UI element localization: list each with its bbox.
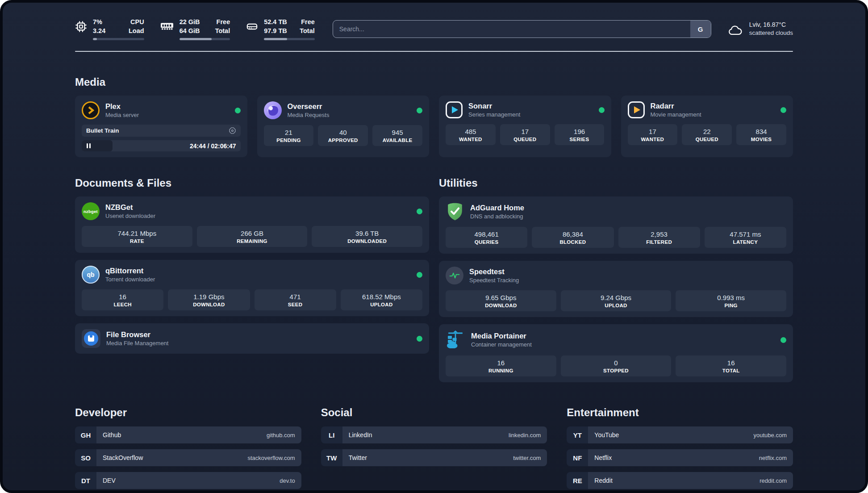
- playback-progress-bar[interactable]: 24:44 / 02:06:47: [82, 140, 241, 151]
- bookmark-reddit[interactable]: RE Reddit reddit.com: [567, 472, 793, 489]
- bookmark-dev[interactable]: DT DEV dev.to: [75, 472, 301, 489]
- metric-label-secondary: Load: [129, 27, 144, 36]
- metric-value-primary: 7%: [93, 18, 116, 27]
- metric-label-primary: Free: [300, 18, 315, 27]
- status-online-dot: [417, 209, 422, 214]
- section-title-media: Media: [75, 76, 793, 88]
- bookmark-name: Github: [103, 431, 121, 439]
- section-utilities: Utilities AdGuard Home DNS and adblockin…: [439, 177, 793, 382]
- stats-row: 21 PENDING 40 APPROVED 945 AVAILABLE: [264, 125, 423, 146]
- stat-label: UPLOAD: [342, 302, 421, 307]
- sonarr-icon: [446, 101, 463, 118]
- bookmark-url: linkedin.com: [509, 432, 541, 439]
- bookmark-url: twitter.com: [513, 455, 541, 461]
- app-card-nzbget[interactable]: nzbget NZBGet Usenet downloader 744.21 M…: [75, 196, 429, 253]
- app-card-filebrowser[interactable]: File Browser Media File Management: [75, 323, 429, 354]
- metric-disk: 52.4 TB 97.9 TB Free Total: [246, 18, 315, 40]
- section-title-documents-files: Documents & Files: [75, 177, 429, 189]
- now-playing-row[interactable]: Bullet Train: [82, 125, 241, 137]
- stat-value: 16: [83, 293, 162, 301]
- app-card-speedtest[interactable]: Speedtest Speedtest Tracking 9.65 Gbps D…: [439, 261, 793, 317]
- search-engine-button[interactable]: G: [690, 21, 711, 38]
- bookmark-youtube[interactable]: YT YouTube youtube.com: [567, 426, 793, 443]
- app-title: qBittorrent: [105, 267, 155, 275]
- stat-label: DOWNLOAD: [170, 302, 248, 307]
- bookmark-github[interactable]: GH Github github.com: [75, 426, 301, 443]
- stat-value: 945: [374, 129, 421, 136]
- stat-label: WANTED: [447, 137, 494, 142]
- bookmark-url: reddit.com: [760, 477, 787, 484]
- app-card-portainer[interactable]: Media Portainer Container management 16 …: [439, 324, 793, 382]
- stat-pending: 21 PENDING: [264, 125, 314, 146]
- bookmark-stackoverflow[interactable]: SO StackOverflow stackoverflow.com: [75, 449, 301, 466]
- bookmark-abbr: NF: [567, 449, 588, 466]
- pause-icon[interactable]: [87, 143, 91, 148]
- stat-wanted: 485 WANTED: [446, 124, 496, 145]
- bookmark-abbr: YT: [567, 426, 588, 443]
- app-card-adguard[interactable]: AdGuard Home DNS and adblocking 498,461 …: [439, 196, 793, 254]
- stat-value: 0: [563, 359, 670, 367]
- stat-label: TOTAL: [677, 368, 785, 373]
- card-stack: AdGuard Home DNS and adblocking 498,461 …: [439, 196, 793, 382]
- app-card-plex[interactable]: Plex Media server Bullet Train 24:44 / 0…: [75, 96, 247, 157]
- app-card-overseerr[interactable]: Overseerr Media Requests 21 PENDING 40 A…: [257, 96, 430, 157]
- system-metrics: 7% 3.24 CPU Load 22 GiB 64 GiB: [75, 18, 331, 40]
- app-subtitle: Speedtest Tracking: [469, 277, 519, 284]
- section-title-entertainment: Entertainment: [567, 406, 793, 419]
- stat-queued: 17 QUEUED: [500, 124, 550, 145]
- stat-value: 618.52 Mbps: [342, 293, 421, 301]
- bookmark-abbr: SO: [75, 449, 96, 466]
- status-online-dot: [417, 108, 422, 113]
- plex-icon: [82, 101, 100, 119]
- app-subtitle: DNS and adblocking: [470, 213, 524, 220]
- metric-label-primary: Free: [215, 18, 230, 27]
- app-card-qbittorrent[interactable]: qb qBittorrent Torrent downloader 16 LEE…: [75, 260, 429, 316]
- stat-label: FILTERED: [620, 239, 698, 245]
- bookmark-name: LinkedIn: [349, 431, 372, 439]
- stat-rate: 744.21 Mbps RATE: [82, 226, 192, 247]
- bookmark-name: StackOverflow: [103, 454, 143, 461]
- bookmark-twitter[interactable]: TW Twitter twitter.com: [321, 449, 547, 466]
- metric-progress-bar: [93, 38, 144, 40]
- stat-wanted: 17 WANTED: [628, 124, 678, 145]
- bookmark-url: youtube.com: [754, 432, 787, 439]
- section-developer: Developer GH Github github.com SO StackO…: [75, 406, 301, 489]
- section-title-utilities: Utilities: [439, 177, 793, 189]
- app-title: NZBGet: [105, 203, 155, 212]
- metric-value-primary: 52.4 TB: [264, 18, 287, 27]
- bookmark-netflix[interactable]: NF Netflix netflix.com: [567, 449, 793, 466]
- stat-label: QUERIES: [447, 239, 526, 245]
- stat-total: 16 TOTAL: [676, 355, 786, 376]
- search-bar[interactable]: G: [333, 20, 711, 38]
- now-playing-title: Bullet Train: [86, 127, 119, 134]
- transcode-icon: [229, 127, 236, 134]
- stat-value: 16: [447, 359, 555, 367]
- stat-label: LEECH: [83, 302, 162, 307]
- stat-label: RATE: [83, 238, 191, 244]
- playback-time: 24:44 / 02:06:47: [190, 142, 236, 150]
- section-media: Media Plex Media server Bullet Train 24:…: [75, 76, 793, 157]
- app-card-radarr[interactable]: Radarr Movie management 17 WANTED 22 QUE…: [621, 96, 793, 157]
- search-input[interactable]: [333, 21, 690, 38]
- bookmark-body: DEV dev.to: [96, 472, 301, 489]
- weather-condition: scattered clouds: [749, 29, 793, 38]
- radarr-icon: [628, 101, 645, 118]
- bookmark-name: DEV: [103, 477, 116, 484]
- bookmark-abbr: GH: [75, 426, 96, 443]
- adguard-icon: [446, 202, 464, 221]
- stat-label: STOPPED: [563, 368, 670, 373]
- stat-label: SERIES: [556, 137, 603, 142]
- status-online-dot: [235, 108, 241, 113]
- stat-queries: 498,461 QUERIES: [446, 227, 527, 248]
- app-card-sonarr[interactable]: Sonarr Series management 485 WANTED 17 Q…: [439, 96, 611, 157]
- stat-label: SEED: [256, 302, 334, 307]
- metric-progress-bar: [179, 38, 230, 40]
- stats-row: 9.65 Gbps DOWNLOAD 9.24 Gbps UPLOAD 0.99…: [446, 290, 786, 311]
- bookmark-list: LI LinkedIn linkedin.com TW Twitter twit…: [321, 426, 547, 466]
- stat-available: 945 AVAILABLE: [372, 125, 422, 146]
- header-divider: [75, 51, 793, 52]
- stats-row: 744.21 Mbps RATE 266 GB REMAINING 39.6 T…: [82, 226, 422, 247]
- stat-value: 86,384: [534, 230, 612, 238]
- bookmark-linkedin[interactable]: LI LinkedIn linkedin.com: [321, 426, 547, 443]
- bookmark-abbr: TW: [321, 449, 342, 466]
